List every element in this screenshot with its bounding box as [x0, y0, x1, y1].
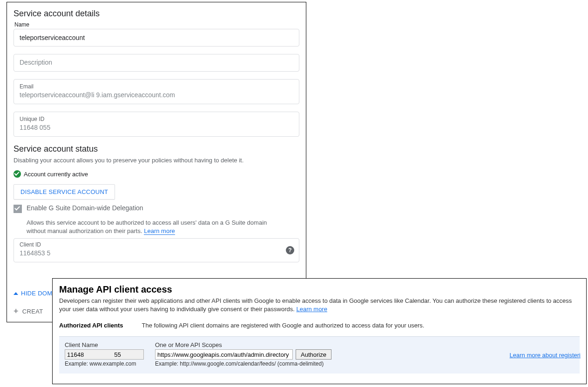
authorized-text: The following API client domains are reg…: [142, 322, 424, 329]
details-title: Service account details: [14, 9, 299, 19]
api-title: Manage API client access: [59, 284, 580, 295]
api-learn-more-link[interactable]: Learn more: [296, 306, 327, 313]
plus-icon: +: [14, 307, 19, 315]
scopes-example: Example: http://www.google.com/calendar/…: [155, 360, 331, 367]
client-name-input[interactable]: [65, 349, 144, 360]
client-name-label: Client Name: [65, 341, 144, 348]
email-value: teleportserviceaccount@li 9.iam.gservice…: [20, 91, 175, 99]
status-active-row: Account currently active: [14, 170, 299, 178]
scopes-input[interactable]: [155, 349, 293, 360]
api-form-box: Client Name Example: www.example.com One…: [59, 336, 580, 374]
checkbox-checked-icon[interactable]: [14, 205, 22, 213]
hide-label: HIDE DOM: [21, 290, 52, 297]
help-icon[interactable]: ?: [286, 246, 294, 254]
scopes-column: One or More API Scopes Authorize Example…: [155, 341, 331, 367]
authorized-label: Authorized API clients: [59, 322, 123, 329]
disable-service-account-button[interactable]: DISABLE SERVICE ACCOUNT: [14, 184, 115, 200]
learn-more-link[interactable]: Learn more: [144, 227, 175, 235]
status-description: Disabling your account allows you to pre…: [14, 157, 299, 164]
checkmark-icon: [14, 170, 21, 178]
status-active-text: Account currently active: [24, 171, 88, 178]
service-account-details-panel: Service account details Name teleportser…: [7, 2, 306, 322]
delegation-label: Enable G Suite Domain-wide Delegation: [27, 204, 143, 213]
bottom-actions: HIDE DOM + CREAT: [14, 290, 52, 315]
authorize-button[interactable]: Authorize: [296, 349, 331, 360]
client-id-field: Client ID 1164853 5 ?: [14, 238, 299, 262]
delegation-row: Enable G Suite Domain-wide Delegation: [14, 204, 299, 213]
client-name-example: Example: www.example.com: [65, 360, 144, 367]
chevron-up-icon: [14, 292, 18, 295]
unique-id-label: Unique ID: [20, 116, 293, 122]
unique-id-value: 11648 055: [20, 124, 50, 131]
authorized-clients-row: Authorized API clients The following API…: [59, 322, 580, 329]
create-link[interactable]: + CREAT: [14, 307, 52, 315]
unique-id-field: Unique ID 11648 055: [14, 112, 299, 137]
name-field: Name teleportserviceaccount: [14, 21, 299, 47]
description-field[interactable]: Description: [14, 54, 299, 72]
name-input[interactable]: teleportserviceaccount: [14, 29, 299, 47]
manage-api-client-access-panel: Manage API client access Developers can …: [52, 278, 587, 384]
learn-register-link[interactable]: Learn more about registeri: [510, 352, 581, 359]
scopes-label: One or More API Scopes: [155, 341, 331, 348]
create-label: CREAT: [22, 308, 43, 315]
email-label: Email: [20, 83, 293, 90]
client-id-label: Client ID: [20, 241, 293, 248]
api-description: Developers can register their web applic…: [59, 297, 580, 314]
email-field: Email teleportserviceaccount@li 9.iam.gs…: [14, 79, 299, 104]
hide-domain-link[interactable]: HIDE DOM: [14, 290, 52, 297]
client-id-value: 1164853 5: [20, 249, 50, 257]
status-title: Service account status: [14, 144, 299, 154]
delegation-help-text: Allows this service account to be author…: [27, 219, 287, 235]
description-placeholder: Description: [20, 59, 52, 66]
client-name-column: Client Name Example: www.example.com: [65, 341, 144, 367]
name-label: Name: [14, 21, 299, 28]
